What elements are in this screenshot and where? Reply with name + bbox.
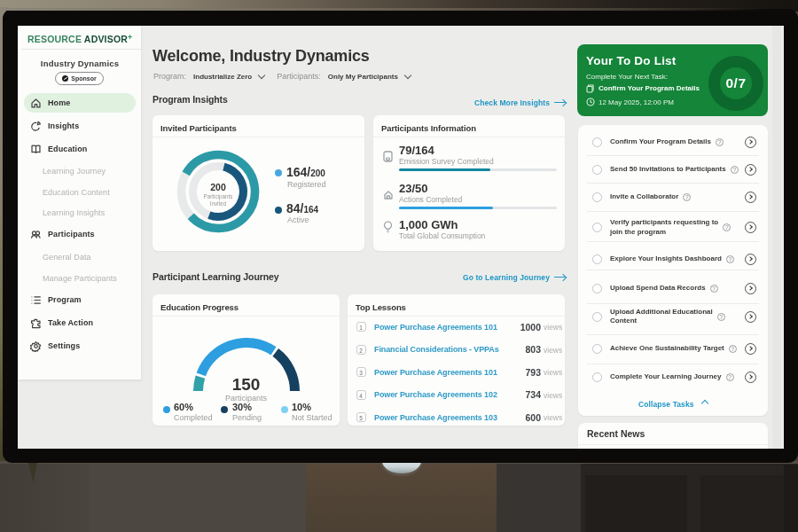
svg-text:200: 200 [210,182,226,192]
svg-text:Invited: Invited [210,200,227,207]
